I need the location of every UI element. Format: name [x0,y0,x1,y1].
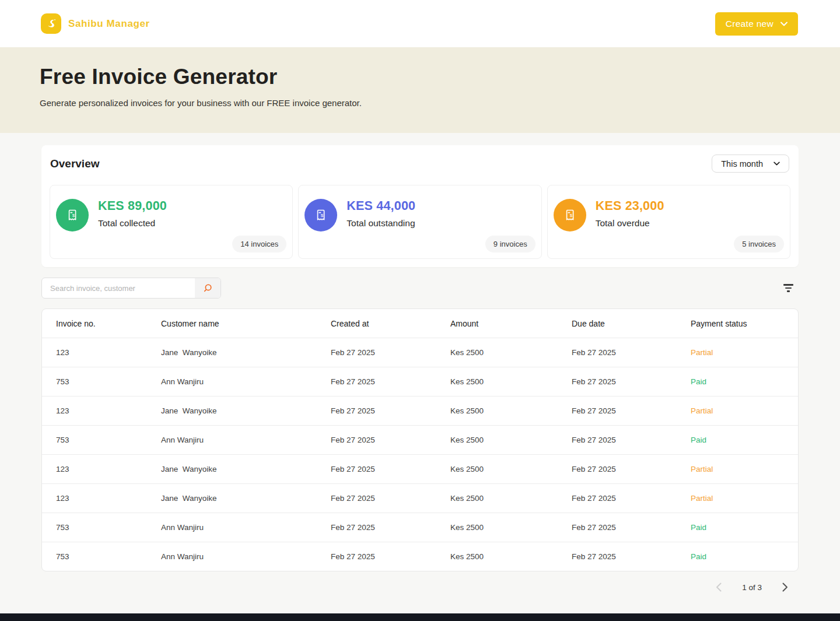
chevron-left-icon [716,583,722,592]
cell-created-at: Feb 27 2025 [331,348,450,357]
cell-created-at: Feb 27 2025 [331,552,450,561]
cell-customer: Ann Wanjiru [161,552,331,561]
cell-amount: Kes 2500 [450,436,572,444]
period-select[interactable]: This month [712,155,789,173]
cell-amount: Kes 2500 [450,406,572,415]
payment-status-badge: Paid [691,436,784,444]
stat-amount: KES 44,000 [346,199,415,213]
column-header-amount: Amount [450,319,572,328]
stat-label: Total collected [98,218,167,229]
cell-customer: Jane Wanyoike [161,494,331,503]
stat-card-total-outstanding: $ KES 44,000 Total outstanding 9 invoice… [298,185,541,259]
filter-icon [783,284,793,286]
cell-amount: Kes 2500 [450,552,572,561]
stat-amount: KES 23,000 [596,199,664,213]
brand-name: Sahibu Manager [68,18,150,30]
column-header-due-date: Due date [572,319,691,328]
cell-invoice-no: 123 [56,494,161,503]
period-select-value: This month [721,159,763,169]
stat-label: Total outstanding [346,218,415,229]
cell-invoice-no: 753 [56,552,161,561]
stat-card-total-collected: $ KES 89,000 Total collected 14 invoices [50,185,293,259]
cell-customer: Ann Wanjiru [161,436,331,444]
stat-label: Total overdue [596,218,664,229]
table-row[interactable]: 753Ann WanjiruFeb 27 2025Kes 2500Feb 27 … [42,513,798,542]
next-page-button[interactable] [781,581,789,593]
cell-customer: Jane Wanyoike [161,465,331,473]
cell-due-date: Feb 27 2025 [572,436,691,444]
cell-amount: Kes 2500 [450,377,572,386]
payment-status-badge: Partial [691,406,784,415]
cell-created-at: Feb 27 2025 [331,465,450,473]
receipt-icon: $ [56,199,89,231]
cell-amount: Kes 2500 [450,494,572,503]
cell-created-at: Feb 27 2025 [331,406,450,415]
cell-invoice-no: 123 [56,348,161,357]
brand-logo[interactable]: Sahibu Manager [41,13,150,34]
table-row[interactable]: 123Jane WanyoikeFeb 27 2025Kes 2500Feb 2… [42,338,798,367]
search-button[interactable] [195,278,220,298]
chevron-down-icon [774,162,780,166]
cell-invoice-no: 753 [56,436,161,444]
table-row[interactable]: 753Ann WanjiruFeb 27 2025Kes 2500Feb 27 … [42,425,798,454]
table-row[interactable]: 123Jane WanyoikeFeb 27 2025Kes 2500Feb 2… [42,396,798,425]
cell-customer: Ann Wanjiru [161,523,331,532]
payment-status-badge: Partial [691,348,784,357]
table-row[interactable]: 753Ann WanjiruFeb 27 2025Kes 2500Feb 27 … [42,367,798,396]
stat-amount: KES 89,000 [98,199,167,213]
overview-title: Overview [50,157,100,170]
cell-customer: Ann Wanjiru [161,377,331,386]
page-subtitle: Generate personalized invoices for your … [40,98,800,108]
cell-customer: Jane Wanyoike [161,406,331,415]
cell-amount: Kes 2500 [450,348,572,357]
payment-status-badge: Paid [691,377,784,386]
cell-due-date: Feb 27 2025 [572,465,691,473]
invoice-table: Invoice no. Customer name Created at Amo… [41,308,799,571]
table-row[interactable]: 123Jane WanyoikeFeb 27 2025Kes 2500Feb 2… [42,454,798,483]
payment-status-badge: Paid [691,552,784,561]
table-body: 123Jane WanyoikeFeb 27 2025Kes 2500Feb 2… [42,338,798,571]
overview-panel: Overview This month $ [41,145,799,267]
svg-text:$: $ [321,213,324,218]
receipt-icon: $ [554,199,586,231]
column-header-created-at: Created at [331,319,450,328]
page-title: Free Invoice Generator [40,65,800,89]
sahibu-logo-icon [41,13,61,34]
cell-created-at: Feb 27 2025 [331,494,450,503]
cell-created-at: Feb 27 2025 [331,377,450,386]
payment-status-badge: Partial [691,494,784,503]
search-input[interactable] [42,278,195,298]
search-icon [202,283,213,293]
create-new-button[interactable]: Create new [715,12,798,36]
table-row[interactable]: 123Jane WanyoikeFeb 27 2025Kes 2500Feb 2… [42,483,798,513]
prev-page-button[interactable] [715,581,723,593]
column-header-payment-status: Payment status [691,319,784,328]
cell-invoice-no: 753 [56,377,161,386]
chevron-right-icon [782,583,788,592]
hero-section: Free Invoice Generator Generate personal… [0,47,840,133]
column-header-invoice-no: Invoice no. [56,319,161,328]
cell-due-date: Feb 27 2025 [572,552,691,561]
pagination: 1 of 3 [41,581,799,593]
cell-invoice-no: 123 [56,465,161,473]
cell-due-date: Feb 27 2025 [572,348,691,357]
invoice-count-badge: 14 invoices [232,236,286,252]
invoice-count-badge: 9 invoices [485,236,536,252]
svg-text:$: $ [72,213,75,218]
cell-amount: Kes 2500 [450,465,572,473]
payment-status-badge: Paid [691,523,784,532]
column-header-customer-name: Customer name [161,319,331,328]
table-row[interactable]: 753Ann WanjiruFeb 27 2025Kes 2500Feb 27 … [42,542,798,571]
cell-created-at: Feb 27 2025 [331,436,450,444]
filter-button[interactable] [781,282,796,294]
app-header: Sahibu Manager Create new [0,0,840,47]
search-box [41,278,221,299]
payment-status-badge: Partial [691,465,784,473]
svg-text:$: $ [569,213,572,218]
page-indicator: 1 of 3 [742,583,762,592]
cell-amount: Kes 2500 [450,523,572,532]
cell-invoice-no: 753 [56,523,161,532]
receipt-icon: $ [304,199,337,231]
cell-due-date: Feb 27 2025 [572,377,691,386]
stat-card-total-overdue: $ KES 23,000 Total overdue 5 invoices [547,185,790,259]
